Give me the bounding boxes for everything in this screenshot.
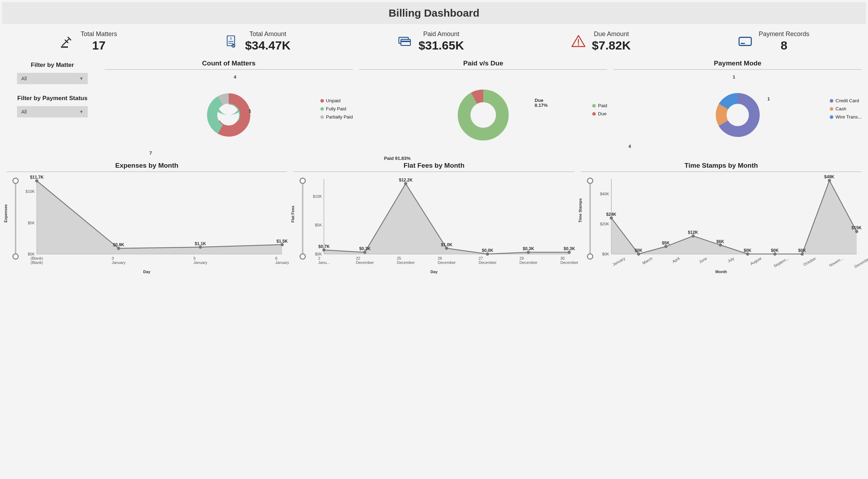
record-card-icon: [737, 33, 754, 50]
legend-credit-card: Credit Card: [830, 98, 862, 103]
kpi-total-matters: Total Matters 17: [59, 30, 117, 52]
donut-label-mode4: 4: [628, 144, 631, 149]
data-label: $5K: [662, 241, 670, 246]
legend-due: Due: [592, 111, 607, 116]
warning-icon: [570, 33, 587, 50]
kpi-row: Total Matters 17 $ Total Amount $34.47K …: [2, 28, 866, 59]
kpi-total-amount: $ Total Amount $34.47K: [223, 30, 291, 52]
data-label: $1.5K: [276, 239, 288, 244]
svg-rect-8: [401, 41, 411, 42]
data-label: $0K: [798, 248, 806, 253]
chart-expenses-by-month[interactable]: Expenses by Month Expenses $0K$5K$10K(Bl…: [6, 162, 287, 274]
svg-point-10: [578, 44, 579, 46]
y-tick: $5K: [21, 221, 35, 225]
legend-unpaid: Unpaid: [320, 98, 353, 103]
data-label: $0.3K: [523, 246, 534, 251]
x-tick: 3January: [112, 256, 125, 265]
chart-title: Flat Fees by Month: [293, 162, 574, 172]
data-label: $1.0K: [441, 242, 452, 247]
data-label: $6K: [716, 239, 724, 244]
donut-label-4: 4: [234, 74, 236, 80]
x-tick: 26December: [438, 256, 456, 265]
donut-label-1: 1: [249, 108, 251, 114]
chart-time-stamps-by-month[interactable]: Time Stamps by Month Time Stamps $0K$20K…: [581, 162, 862, 274]
legend-wire: Wire Trans...: [830, 114, 862, 120]
chevron-down-icon: ▼: [79, 109, 84, 114]
data-label: $24K: [606, 212, 616, 217]
kpi-value: $34.47K: [245, 39, 291, 52]
y-tick: $0K: [308, 252, 322, 256]
svg-rect-7: [401, 39, 411, 45]
filter-status-select[interactable]: All ▼: [17, 106, 88, 117]
kpi-label: Total Amount: [245, 30, 291, 38]
kpi-label: Total Matters: [81, 30, 117, 38]
svg-text:$: $: [230, 37, 232, 40]
svg-rect-11: [739, 37, 752, 46]
donut-label-7: 7: [149, 150, 152, 156]
kpi-label: Due Amount: [592, 30, 631, 38]
donut-label-paid: Paid 91.83%: [384, 156, 411, 161]
x-tick: (Blank)(Blank): [31, 256, 43, 265]
chevron-down-icon: ▼: [79, 76, 84, 81]
page-title: Billing Dashboard: [2, 2, 866, 24]
data-label: $0.3K: [564, 246, 575, 251]
y-tick: $10K: [308, 194, 322, 198]
invoice-icon: $: [223, 33, 240, 50]
y-tick: $0K: [21, 252, 35, 256]
chart-flat-fees-by-month[interactable]: Flat Fees by Month Flat Fees $0K$5K$10K2…: [293, 162, 574, 274]
filter-status-label: Filter by Payment Status: [6, 95, 98, 102]
chart-title: Count of Matters: [105, 59, 353, 70]
donut-count-matters-overlay: [199, 85, 259, 145]
x-tick: 27December: [479, 256, 497, 265]
data-label: $12.2K: [399, 178, 413, 183]
kpi-value: $31.65K: [418, 39, 464, 52]
kpi-value: 17: [81, 39, 117, 52]
data-label: $12K: [688, 230, 698, 235]
chart-count-of-matters[interactable]: Count of Matters 4: [105, 59, 353, 157]
chart-paid-vs-due[interactable]: Paid v/s Due Due8.17% Paid 91.83% Paid D…: [359, 59, 607, 157]
donut-paid-due: [451, 83, 515, 147]
x-tick: 30December: [560, 256, 578, 265]
legend-fully-paid: Fully Paid: [320, 106, 353, 111]
y-tick: $0K: [595, 252, 609, 256]
x-tick: 22December: [356, 256, 374, 265]
kpi-payment-records: Payment Records 8: [737, 30, 809, 52]
x-tick: 5January: [193, 256, 207, 265]
kpi-value: 8: [759, 39, 809, 52]
data-label: $11.7K: [30, 175, 44, 180]
x-tick: 25December: [397, 256, 415, 265]
data-label: $1.1K: [195, 241, 206, 246]
kpi-label: Payment Records: [759, 30, 809, 38]
data-label: $49K: [824, 174, 834, 179]
svg-point-16: [464, 96, 502, 134]
kpi-label: Paid Amount: [418, 30, 464, 38]
data-label: $0K: [744, 248, 752, 253]
data-label: $0.0K: [482, 248, 493, 253]
y-tick: $10K: [21, 189, 35, 194]
y-tick: $40K: [595, 192, 609, 196]
filter-matter-label: Filter by Matter: [6, 62, 98, 69]
donut-label-mode1a: 1: [733, 74, 735, 80]
donut-label-mode1b: 1: [767, 96, 770, 102]
filter-status-value: All: [21, 109, 27, 115]
filter-panel: Filter by Matter All ▼ Filter by Payment…: [6, 59, 98, 157]
svg-rect-0: [61, 46, 68, 48]
x-tick: 2Janu...: [318, 256, 330, 265]
data-label: $0.9K: [113, 242, 124, 247]
chart-title: Paid v/s Due: [359, 59, 607, 70]
x-tick: 6January: [275, 256, 289, 265]
data-label: $0.3K: [359, 246, 371, 251]
kpi-value: $7.82K: [592, 39, 631, 52]
chart-title: Expenses by Month: [6, 162, 287, 172]
filter-matter-select[interactable]: All ▼: [17, 73, 88, 84]
gavel-icon: [59, 33, 76, 50]
area-plot: [6, 175, 287, 270]
area-plot: [581, 175, 862, 270]
data-label: $15K: [851, 226, 862, 231]
chart-title: Time Stamps by Month: [581, 162, 862, 172]
filter-matter-value: All: [21, 76, 27, 81]
chart-payment-mode[interactable]: Payment Mode 1 1 4 Credit Card Cash Wire…: [613, 59, 862, 157]
donut-payment-mode: [708, 85, 768, 145]
data-label: $0.7K: [318, 244, 330, 249]
y-tick: $20K: [595, 222, 609, 226]
